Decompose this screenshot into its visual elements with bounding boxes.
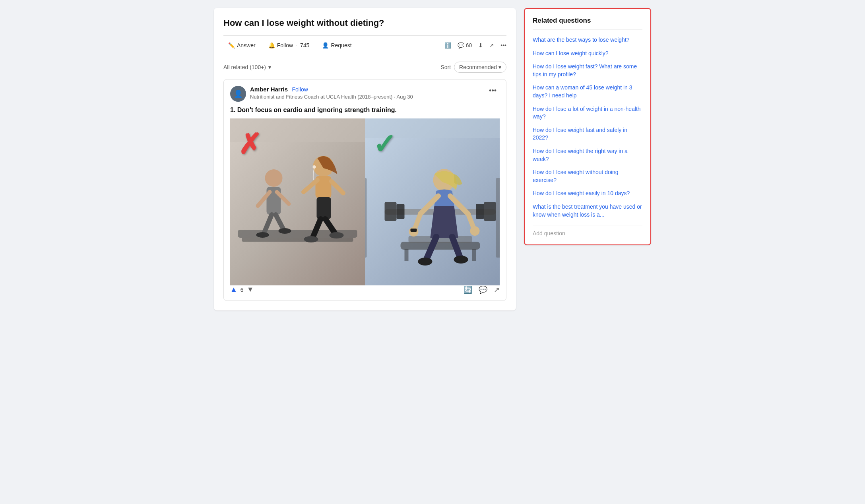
more-icon: ••• xyxy=(500,42,506,48)
answer-header: 👤 Amber Harris Follow Nutritionist and F… xyxy=(230,86,500,102)
action-bar: ✏️ Answer 🔔 Follow · 745 👤 Request ℹ️ 💬 xyxy=(223,35,506,55)
sort-group: Sort Recommended ▾ xyxy=(440,62,506,73)
svg-rect-28 xyxy=(405,249,409,261)
sidebar: Related questions What are the best ways… xyxy=(524,8,651,310)
answer-date-value: Aug 30 xyxy=(397,94,413,100)
related-item: How do I lose weight without doing exerc… xyxy=(533,169,642,184)
related-question-link[interactable]: How can a woman of 45 lose weight in 3 d… xyxy=(533,84,632,99)
follow-button[interactable]: 🔔 Follow · 745 xyxy=(264,40,314,51)
filter-label: All related (100+) xyxy=(223,64,266,70)
svg-rect-33 xyxy=(484,202,496,221)
related-question-link[interactable]: How do I lose weight without doing exerc… xyxy=(533,169,619,183)
svg-rect-31 xyxy=(385,202,397,221)
related-question-link[interactable]: How do I lose weight fast and safely in … xyxy=(533,127,627,141)
avatar: 👤 xyxy=(230,86,246,102)
svg-point-10 xyxy=(256,232,269,238)
related-question-link[interactable]: What is the best treatment you have used… xyxy=(533,204,642,218)
svg-point-44 xyxy=(418,258,432,266)
related-item: How do I lose weight fast and safely in … xyxy=(533,126,642,142)
comment-stat[interactable]: 💬 60 xyxy=(458,42,472,48)
related-question-link[interactable]: How can I lose weight quickly? xyxy=(533,50,609,56)
svg-rect-14 xyxy=(317,197,331,219)
gym-image-composite: ✗ xyxy=(230,118,500,285)
sort-dropdown[interactable]: Recommended ▾ xyxy=(454,62,506,73)
share-stat[interactable]: ↗ xyxy=(489,42,494,48)
footer-actions: 🔄 💬 ↗ xyxy=(464,285,500,294)
svg-rect-34 xyxy=(476,204,484,219)
svg-point-21 xyxy=(313,165,316,169)
answer-footer: ▲ 6 ▼ 🔄 💬 ↗ xyxy=(230,285,500,294)
stats-group: ℹ️ 💬 60 ⬇ ↗ ••• xyxy=(444,42,506,48)
check-mark-icon: ✓ xyxy=(373,130,396,158)
comment-button[interactable]: 💬 xyxy=(479,285,487,294)
author-info: 👤 Amber Harris Follow Nutritionist and F… xyxy=(230,86,413,102)
svg-point-45 xyxy=(454,256,468,264)
answer-text: 1. Don't focus on cardio and ignoring st… xyxy=(230,107,500,114)
follow-label: Follow xyxy=(277,42,293,48)
request-icon: 👤 xyxy=(322,42,329,48)
svg-rect-46 xyxy=(411,229,417,232)
follow-icon: 🔔 xyxy=(268,42,275,48)
downvote-button[interactable]: ▼ xyxy=(247,285,254,294)
question-title: How can I lose weight without dieting? xyxy=(223,17,506,29)
related-item: What is the best treatment you have used… xyxy=(533,203,642,219)
sort-label: Sort xyxy=(440,64,451,70)
related-title: Related questions xyxy=(533,17,642,30)
x-mark-icon: ✗ xyxy=(238,130,262,158)
answer-button[interactable]: ✏️ Answer xyxy=(223,40,260,51)
author-name-row: Amber Harris Follow xyxy=(250,86,413,93)
related-item: How can a woman of 45 lose weight in 3 d… xyxy=(533,84,642,99)
svg-point-19 xyxy=(304,236,318,242)
author-name: Amber Harris xyxy=(250,86,288,93)
filter-dropdown[interactable]: All related (100+) ▾ xyxy=(223,64,271,70)
pencil-icon: ✏️ xyxy=(228,42,235,48)
comment-icon: 💬 xyxy=(458,42,464,48)
author-meta: Nutritionist and Fitness Coach at UCLA H… xyxy=(250,94,413,100)
refresh-button[interactable]: 🔄 xyxy=(464,285,472,294)
vote-group: ▲ 6 ▼ xyxy=(230,285,254,294)
request-button[interactable]: 👤 Request xyxy=(317,40,356,51)
related-question-link[interactable]: How do I lose a lot of weight in a non-h… xyxy=(533,106,641,120)
related-list: What are the best ways to lose weight?Ho… xyxy=(533,36,642,219)
related-question-link[interactable]: What are the best ways to lose weight? xyxy=(533,37,630,43)
avatar-icon: 👤 xyxy=(234,89,242,98)
more-stat[interactable]: ••• xyxy=(500,42,506,48)
svg-point-41 xyxy=(470,226,480,236)
upvote-count: 6 xyxy=(240,287,244,293)
svg-point-4 xyxy=(265,169,283,187)
upvote-button[interactable]: ▲ xyxy=(230,285,237,294)
cardio-panel: ✗ xyxy=(230,118,365,285)
answer-more-button[interactable]: ••• xyxy=(486,86,500,96)
author-details: Amber Harris Follow Nutritionist and Fit… xyxy=(250,86,413,100)
add-question-button[interactable]: Add question xyxy=(533,225,642,236)
filter-bar: All related (100+) ▾ Sort Recommended ▾ xyxy=(223,62,506,73)
related-question-link[interactable]: How do I lose weight the right way in a … xyxy=(533,148,628,162)
related-questions-box: Related questions What are the best ways… xyxy=(524,8,651,245)
svg-rect-29 xyxy=(472,249,476,261)
svg-rect-24 xyxy=(365,178,367,258)
related-question-link[interactable]: How do I lose weight fast? What are some… xyxy=(533,63,637,78)
svg-point-20 xyxy=(330,232,344,238)
related-question-link[interactable]: How do I lose weight easily in 10 days? xyxy=(533,190,630,196)
share-button[interactable]: ↗ xyxy=(494,285,500,294)
chevron-down-icon: ▾ xyxy=(268,64,271,70)
request-label: Request xyxy=(331,42,351,48)
svg-point-11 xyxy=(279,228,291,234)
info-stat[interactable]: ℹ️ xyxy=(444,42,451,48)
author-credential: Nutritionist and Fitness Coach at UCLA H… xyxy=(250,94,392,100)
related-item: How do I lose a lot of weight in a non-h… xyxy=(533,105,642,121)
info-icon: ℹ️ xyxy=(444,42,451,48)
related-item: How do I lose weight easily in 10 days? xyxy=(533,190,642,198)
downvote-stat[interactable]: ⬇ xyxy=(478,42,483,48)
sort-value: Recommended xyxy=(459,64,497,70)
comment-count: 60 xyxy=(466,42,472,48)
related-item: How do I lose weight fast? What are some… xyxy=(533,63,642,78)
svg-rect-32 xyxy=(397,204,405,219)
author-follow-link[interactable]: Follow xyxy=(292,86,308,93)
related-item: How do I lose weight the right way in a … xyxy=(533,147,642,163)
divider-dot: · xyxy=(296,42,297,48)
answer-label: Answer xyxy=(237,42,256,48)
sort-chevron-icon: ▾ xyxy=(498,64,501,70)
follow-count: 745 xyxy=(300,42,309,48)
related-item: How can I lose weight quickly? xyxy=(533,50,642,58)
